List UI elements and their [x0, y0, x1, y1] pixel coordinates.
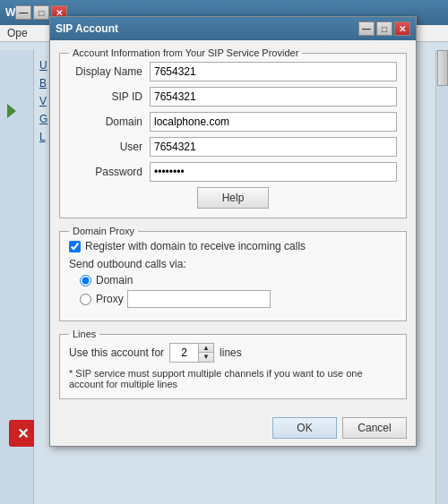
- user-label: User: [69, 141, 150, 153]
- proxy-input[interactable]: [127, 290, 271, 308]
- proxy-radio-row: Proxy: [69, 290, 397, 308]
- spinner-buttons: ▲ ▼: [199, 344, 213, 362]
- display-name-label: Display Name: [69, 65, 150, 78]
- domain-label: Domain: [69, 115, 150, 128]
- lines-row: Use this account for ▲ ▼ lines: [69, 343, 397, 363]
- password-input[interactable]: [150, 162, 397, 182]
- dialog-maximize-btn[interactable]: □: [376, 21, 392, 36]
- sip-account-dialog: SIP Account — □ ✕ Account Information fr…: [49, 16, 417, 447]
- modal-overlay: SIP Account — □ ✕ Account Information fr…: [0, 0, 448, 504]
- sip-id-row: SIP ID: [69, 87, 397, 107]
- lines-prefix: Use this account for: [69, 346, 164, 359]
- domain-radio-row: Domain: [69, 274, 397, 286]
- sip-id-input[interactable]: [150, 87, 397, 107]
- account-info-section: Account Information from Your SIP Servic…: [59, 47, 407, 218]
- sip-id-label: SIP ID: [69, 90, 150, 103]
- password-row: Password: [69, 162, 397, 182]
- user-input[interactable]: [150, 137, 397, 157]
- help-button[interactable]: Help: [197, 187, 269, 209]
- dialog-body: Account Information from Your SIP Servic…: [50, 40, 416, 414]
- domain-proxy-section: Domain Proxy Register with domain to rec…: [59, 226, 407, 321]
- cancel-button[interactable]: Cancel: [342, 417, 407, 439]
- user-row: User: [69, 137, 397, 157]
- lines-section: Lines Use this account for ▲ ▼ lines * S…: [59, 329, 407, 399]
- proxy-radio-label: Proxy: [96, 293, 124, 305]
- spinner-up-button[interactable]: ▲: [199, 344, 213, 353]
- lines-suffix: lines: [220, 346, 242, 359]
- register-checkbox[interactable]: [69, 241, 81, 252]
- domain-radio[interactable]: [80, 275, 91, 286]
- proxy-radio[interactable]: [80, 294, 91, 305]
- dialog-titlebar: SIP Account — □ ✕: [50, 17, 416, 40]
- account-info-legend: Account Information from Your SIP Servic…: [69, 47, 302, 58]
- dialog-close-btn[interactable]: ✕: [394, 21, 410, 36]
- register-label: Register with domain to receive incoming…: [85, 240, 306, 252]
- domain-radio-label: Domain: [96, 274, 133, 286]
- dialog-footer: OK Cancel: [50, 414, 416, 446]
- domain-row: Domain: [69, 112, 397, 132]
- domain-input[interactable]: [150, 112, 397, 132]
- register-checkbox-row: Register with domain to receive incoming…: [69, 240, 397, 252]
- domain-proxy-legend: Domain Proxy: [69, 226, 138, 236]
- dialog-title: SIP Account: [56, 22, 118, 35]
- spinner-down-button[interactable]: ▼: [199, 353, 213, 362]
- sip-note: * SIP service must support multiple chan…: [69, 368, 397, 389]
- lines-spinner: ▲ ▼: [169, 343, 214, 363]
- display-name-input[interactable]: [150, 62, 397, 81]
- ok-button[interactable]: OK: [272, 417, 337, 439]
- password-label: Password: [69, 166, 150, 178]
- display-name-row: Display Name: [69, 62, 397, 81]
- help-row: Help: [69, 187, 397, 209]
- send-outbound-label: Send outbound calls via:: [69, 258, 397, 270]
- lines-legend: Lines: [69, 329, 99, 339]
- dialog-title-buttons: — □ ✕: [358, 21, 410, 36]
- dialog-minimize-btn[interactable]: —: [358, 21, 375, 36]
- lines-input[interactable]: [170, 344, 199, 362]
